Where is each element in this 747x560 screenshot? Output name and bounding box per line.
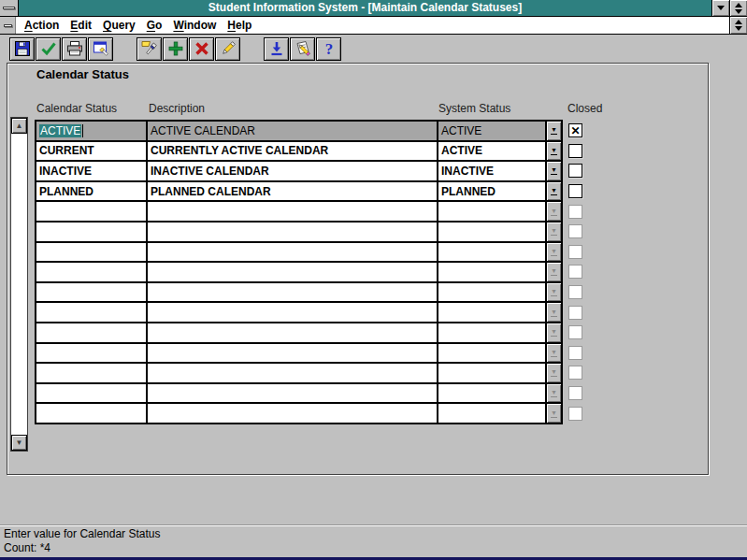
system-status-dropdown-button[interactable]: ▼	[545, 180, 563, 203]
description-cell[interactable]	[146, 402, 438, 424]
calendar-status-cell[interactable]	[35, 281, 148, 304]
edit-field-button[interactable]	[290, 37, 315, 61]
calendar-status-cell[interactable]	[35, 342, 148, 365]
yellow-pencil-icon	[219, 39, 237, 58]
system-status-cell[interactable]	[437, 221, 547, 243]
description-cell[interactable]	[146, 301, 438, 323]
control-menu-button[interactable]	[0, 0, 19, 16]
system-status-cell[interactable]: ACTIVE	[437, 140, 547, 163]
system-status-cell[interactable]	[437, 382, 547, 405]
system-status-cell[interactable]: INACTIVE	[437, 160, 547, 182]
record-scrollbar[interactable]: ▲ ▼	[10, 117, 28, 452]
system-status-cell[interactable]: ACTIVE	[437, 120, 547, 142]
scroll-down-button[interactable]: ▼	[11, 435, 27, 451]
calendar-status-cell[interactable]	[35, 261, 148, 283]
system-status-cell[interactable]: PLANNED	[437, 180, 547, 203]
system-status-cell[interactable]	[437, 402, 547, 424]
calendar-status-cell[interactable]	[35, 241, 148, 264]
column-header-closed: Closed	[567, 102, 602, 115]
calendar-status-cell[interactable]	[35, 221, 148, 243]
next-block-button[interactable]	[264, 37, 289, 61]
flashlight-icon	[140, 39, 159, 58]
menu-edit[interactable]: Edit	[65, 19, 97, 32]
child-restore-button[interactable]	[729, 17, 747, 34]
save-button[interactable]	[9, 37, 35, 61]
calendar-status-cell[interactable]: PLANNED	[35, 180, 148, 203]
commit-button[interactable]	[36, 37, 61, 61]
calendar-status-cell[interactable]: ACTIVE	[35, 120, 148, 142]
menu-query[interactable]: Query	[97, 19, 141, 32]
description-cell[interactable]	[146, 261, 438, 283]
description-cell[interactable]	[146, 221, 438, 243]
description-cell[interactable]	[146, 342, 438, 365]
dropdown-arrow-icon: ▼	[551, 147, 557, 155]
description-cell[interactable]	[146, 322, 438, 344]
description-cell[interactable]	[146, 382, 438, 405]
system-status-cell[interactable]	[437, 322, 547, 344]
description-cell[interactable]: PLANNED CALENDAR	[146, 180, 438, 203]
table-row: ▼	[35, 342, 582, 365]
calendar-status-cell[interactable]	[35, 382, 148, 405]
description-cell[interactable]: CURRENTLY ACTIVE CALENDAR	[146, 140, 438, 163]
system-status-cell[interactable]	[437, 301, 547, 323]
system-status-cell[interactable]	[437, 241, 547, 264]
child-control-menu-button[interactable]	[0, 17, 16, 34]
closed-checkbox[interactable]	[568, 144, 582, 158]
delete-record-button[interactable]	[189, 37, 214, 61]
cancel-query-button[interactable]	[215, 37, 240, 61]
scrollbar-track[interactable]	[11, 134, 27, 435]
calendar-status-cell[interactable]: CURRENT	[35, 140, 148, 163]
minimize-button[interactable]	[711, 0, 729, 16]
description-cell[interactable]	[146, 200, 438, 223]
title-bar: Student Information System - [Maintain C…	[0, 0, 747, 17]
system-status-cell[interactable]	[437, 281, 547, 304]
closed-checkbox	[568, 366, 582, 380]
menu-go[interactable]: Go	[141, 19, 168, 32]
system-status-dropdown-button: ▼	[545, 362, 563, 384]
browse-query-button[interactable]	[88, 37, 113, 61]
record-count: Count: *4	[4, 541, 743, 555]
table-row: ▼	[35, 322, 582, 344]
edit-pencil-icon	[294, 39, 312, 58]
calendar-status-cell[interactable]: INACTIVE	[35, 160, 148, 182]
closed-checkbox[interactable]	[568, 164, 582, 178]
scroll-up-button[interactable]: ▲	[11, 118, 27, 134]
enter-query-button[interactable]	[136, 37, 162, 61]
closed-checkbox	[568, 205, 582, 219]
closed-checkbox	[568, 306, 582, 320]
text-caret	[82, 124, 83, 137]
insert-record-button[interactable]	[163, 37, 188, 61]
restore-button[interactable]	[729, 0, 747, 16]
system-status-dropdown-button[interactable]: ▼	[545, 160, 563, 182]
system-status-dropdown-button[interactable]: ▼	[545, 120, 563, 142]
system-status-cell[interactable]	[437, 261, 547, 283]
calendar-status-cell[interactable]	[35, 322, 148, 344]
description-cell[interactable]	[146, 281, 438, 304]
system-status-dropdown-button[interactable]: ▼	[545, 140, 563, 163]
description-cell[interactable]	[146, 241, 438, 264]
calendar-status-cell[interactable]	[35, 301, 148, 323]
closed-checkbox[interactable]	[568, 184, 582, 198]
print-button[interactable]	[62, 37, 87, 61]
menu-window[interactable]: Window	[167, 19, 222, 32]
system-status-cell[interactable]	[437, 342, 547, 365]
calendar-status-cell[interactable]	[35, 402, 148, 424]
description-cell[interactable]: INACTIVE CALENDAR	[146, 160, 438, 182]
application-window: Student Information System - [Maintain C…	[0, 0, 747, 560]
system-status-cell[interactable]	[437, 200, 547, 223]
calendar-status-cell[interactable]	[35, 200, 148, 223]
description-cell[interactable]	[146, 362, 438, 384]
restore-icon	[735, 3, 742, 14]
description-cell[interactable]: ACTIVE CALENDAR	[146, 120, 438, 142]
child-restore-icon	[735, 20, 742, 31]
system-status-dropdown-button: ▼	[545, 322, 563, 344]
system-status-cell[interactable]	[437, 362, 547, 384]
help-button[interactable]: ?	[316, 37, 341, 61]
calendar-status-cell[interactable]	[35, 362, 148, 384]
menu-help[interactable]: Help	[222, 19, 257, 32]
red-x-icon	[193, 39, 211, 58]
closed-checkbox[interactable]: ✕	[568, 123, 582, 137]
menu-action[interactable]: Action	[19, 19, 65, 32]
status-message: Enter value for Calendar Status	[4, 527, 743, 541]
menu-bar: ActionEditQueryGoWindowHelp	[0, 17, 747, 35]
